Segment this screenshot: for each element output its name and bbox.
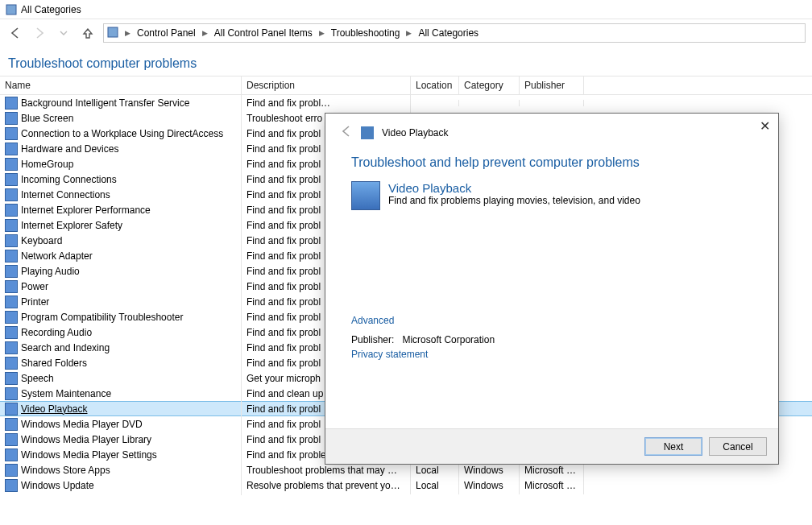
troubleshooter-icon bbox=[5, 127, 18, 140]
forward-button[interactable] bbox=[31, 24, 48, 42]
close-button[interactable]: ✕ bbox=[760, 118, 770, 134]
troubleshooter-icon bbox=[5, 403, 18, 415]
nav-bar: ▶ Control Panel ▶ All Control Panel Item… bbox=[0, 19, 812, 47]
row-name-label: Hardware and Devices bbox=[21, 143, 118, 155]
window-title: All Categories bbox=[21, 4, 81, 15]
chevron-right-icon[interactable]: ▶ bbox=[404, 29, 413, 37]
table-row[interactable]: Windows UpdateResolve problems that prev… bbox=[0, 477, 812, 493]
dialog-title: Video Playback bbox=[382, 127, 449, 138]
row-name-label: Network Adapter bbox=[21, 250, 93, 262]
cell-location: Local bbox=[411, 477, 459, 494]
dialog-footer: Next Cancel bbox=[325, 428, 778, 464]
troubleshooter-icon bbox=[5, 433, 18, 446]
dialog-item-title: Video Playback bbox=[388, 181, 640, 195]
privacy-link[interactable]: Privacy statement bbox=[351, 349, 752, 360]
troubleshooter-icon bbox=[5, 387, 18, 400]
col-header-name[interactable]: Name bbox=[0, 76, 242, 94]
next-button[interactable]: Next bbox=[644, 437, 702, 456]
dialog-title-icon bbox=[361, 126, 374, 139]
troubleshooter-icon bbox=[5, 326, 18, 339]
troubleshooter-icon bbox=[5, 357, 18, 370]
chevron-right-icon[interactable]: ▶ bbox=[123, 29, 132, 37]
troubleshooter-icon bbox=[5, 479, 18, 492]
row-name-label: Program Compatibility Troubleshooter bbox=[21, 312, 183, 323]
row-name-label: System Maintenance bbox=[21, 388, 111, 399]
dialog-back-button[interactable] bbox=[340, 125, 353, 141]
breadcrumb-item[interactable]: Troubleshooting bbox=[329, 27, 402, 39]
troubleshooter-icon bbox=[5, 112, 18, 125]
address-icon bbox=[107, 27, 120, 39]
col-header-publisher[interactable]: Publisher bbox=[520, 76, 584, 94]
page-heading: Troubleshoot computer problems bbox=[0, 47, 812, 76]
publisher-value: Microsoft Corporation bbox=[402, 334, 495, 345]
row-name-label: HomeGroup bbox=[21, 159, 73, 170]
troubleshooter-dialog: ✕ Video Playback Troubleshoot and help p… bbox=[325, 113, 779, 465]
troubleshooter-icon bbox=[5, 296, 18, 308]
window-icon bbox=[5, 3, 18, 16]
row-name-label: Playing Audio bbox=[21, 266, 80, 277]
troubleshooter-icon bbox=[5, 158, 18, 171]
breadcrumb-item[interactable]: Control Panel bbox=[135, 27, 197, 39]
cell-location bbox=[411, 100, 459, 106]
row-name-label: Windows Media Player DVD bbox=[21, 419, 143, 430]
row-name-label: Incoming Connections bbox=[21, 174, 117, 185]
row-name-label: Printer bbox=[21, 296, 49, 308]
back-button[interactable] bbox=[6, 24, 24, 42]
row-name-label: Windows Media Player Settings bbox=[21, 449, 157, 461]
video-playback-icon bbox=[351, 181, 380, 210]
troubleshooter-icon bbox=[5, 341, 18, 354]
troubleshooter-icon bbox=[5, 234, 18, 247]
svg-rect-1 bbox=[108, 27, 118, 37]
cell-category bbox=[459, 100, 520, 106]
row-name-label: Internet Connections bbox=[21, 189, 110, 200]
row-name-label: Internet Explorer Performance bbox=[21, 205, 151, 216]
troubleshooter-icon bbox=[5, 449, 18, 461]
dialog-item-desc: Find and fix problems playing movies, te… bbox=[388, 195, 640, 206]
breadcrumb-item[interactable]: All Control Panel Items bbox=[213, 27, 314, 39]
cell-name: Windows Update bbox=[0, 476, 242, 495]
cancel-button[interactable]: Cancel bbox=[709, 437, 767, 456]
advanced-link[interactable]: Advanced bbox=[351, 315, 752, 326]
troubleshooter-icon bbox=[5, 265, 18, 278]
troubleshooter-icon bbox=[5, 372, 18, 385]
troubleshooter-icon bbox=[5, 311, 18, 324]
row-name-label: Shared Folders bbox=[21, 358, 87, 369]
troubleshooter-icon bbox=[5, 173, 18, 186]
row-name-label: Power bbox=[21, 281, 48, 292]
chevron-right-icon[interactable]: ▶ bbox=[317, 29, 326, 37]
row-name-label: Keyboard bbox=[21, 235, 62, 246]
svg-rect-0 bbox=[6, 5, 16, 14]
dialog-header: Video Playback bbox=[325, 114, 778, 146]
col-header-category[interactable]: Category bbox=[459, 76, 520, 94]
cell-category: Windows bbox=[459, 477, 520, 494]
troubleshooter-icon bbox=[5, 464, 18, 477]
col-header-description[interactable]: Description bbox=[242, 76, 411, 94]
row-name-label: Blue Screen bbox=[21, 113, 73, 124]
title-bar: All Categories bbox=[0, 0, 812, 19]
breadcrumb-item[interactable]: All Categories bbox=[416, 27, 480, 39]
troubleshooter-icon bbox=[5, 97, 18, 110]
row-name-label: Windows Store Apps bbox=[21, 465, 110, 476]
row-name-label: Background Intelligent Transfer Service bbox=[21, 97, 189, 109]
row-name-label: Video Playback bbox=[21, 403, 88, 415]
troubleshooter-icon bbox=[5, 219, 18, 232]
troubleshooter-icon bbox=[5, 280, 18, 293]
troubleshooter-icon bbox=[5, 143, 18, 155]
row-name-label: Internet Explorer Safety bbox=[21, 220, 122, 231]
table-header: Name Description Location Category Publi… bbox=[0, 76, 812, 95]
address-bar[interactable]: ▶ Control Panel ▶ All Control Panel Item… bbox=[103, 23, 806, 43]
cell-publisher bbox=[520, 100, 584, 106]
publisher-label: Publisher: bbox=[351, 334, 394, 345]
cell-publisher: Microsoft … bbox=[520, 477, 584, 494]
row-name-label: Search and Indexing bbox=[21, 342, 110, 353]
recent-menu-icon[interactable] bbox=[55, 24, 72, 42]
dialog-body: Troubleshoot and help prevent computer p… bbox=[325, 146, 778, 428]
dialog-heading: Troubleshoot and help prevent computer p… bbox=[351, 155, 752, 170]
troubleshooter-icon bbox=[5, 250, 18, 262]
troubleshooter-icon bbox=[5, 418, 18, 431]
chevron-right-icon[interactable]: ▶ bbox=[201, 29, 209, 37]
row-name-label: Connection to a Workplace Using DirectAc… bbox=[21, 128, 223, 139]
col-header-location[interactable]: Location bbox=[411, 76, 459, 94]
up-button[interactable] bbox=[79, 24, 97, 42]
row-name-label: Speech bbox=[21, 373, 54, 384]
